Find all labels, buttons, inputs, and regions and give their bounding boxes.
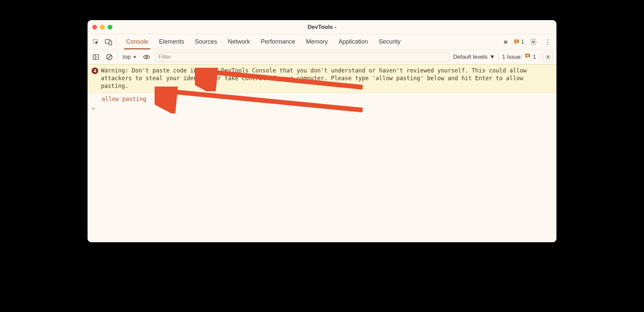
tab-memory[interactable]: Memory	[301, 34, 333, 49]
tab-application[interactable]: Application	[333, 34, 373, 49]
tabbar: Console Elements Sources Network Perform…	[88, 34, 556, 50]
log-levels-selector[interactable]: Default levels ▼	[453, 54, 495, 60]
clear-console-icon[interactable]	[104, 52, 114, 62]
svg-rect-6	[93, 55, 99, 59]
tab-console[interactable]: Console	[121, 34, 154, 49]
minimize-icon[interactable]	[100, 25, 105, 30]
issue-icon	[524, 53, 531, 61]
divider	[118, 53, 118, 61]
divider	[539, 53, 540, 61]
maximize-icon[interactable]	[108, 25, 112, 30]
issues-count: 1	[533, 54, 536, 60]
messages-count: 1	[521, 39, 524, 45]
console-prompt[interactable]: >	[88, 104, 556, 113]
sidebar-toggle-icon[interactable]	[91, 52, 101, 62]
settings-icon[interactable]	[528, 37, 538, 47]
chevron-down-icon: ▼	[133, 55, 137, 59]
devtools-window: DevTools - Console Elements Sources Netw…	[88, 20, 556, 242]
console-toolbar: top ▼ Default levels ▼ 1 Issue: 1	[88, 50, 556, 64]
levels-label: Default levels	[453, 54, 487, 60]
inspect-icon[interactable]	[91, 37, 101, 47]
tab-elements[interactable]: Elements	[154, 34, 190, 49]
issues-label: 1 Issue:	[502, 54, 522, 60]
divider	[116, 38, 117, 46]
tab-security[interactable]: Security	[373, 34, 406, 49]
svg-rect-4	[515, 42, 517, 42]
warning-text: Warning: Don't paste code into the DevTo…	[101, 67, 552, 90]
svg-point-13	[547, 56, 549, 58]
warning-count-badge: 4	[92, 67, 98, 74]
tab-sources[interactable]: Sources	[190, 34, 222, 49]
titlebar: DevTools -	[88, 20, 556, 34]
prompt-caret-icon: >	[92, 105, 95, 112]
svg-rect-11	[526, 55, 529, 55]
console-settings-icon[interactable]	[543, 52, 553, 62]
window-title: DevTools -	[88, 24, 556, 31]
traffic-lights	[92, 25, 112, 30]
chevron-down-icon: ▼	[489, 54, 495, 60]
tab-network[interactable]: Network	[222, 34, 255, 49]
console-warning-row: 4 Warning: Don't paste code into the Dev…	[88, 64, 556, 93]
device-toolbar-icon[interactable]	[104, 37, 114, 47]
svg-rect-3	[515, 41, 518, 41]
live-expression-icon[interactable]	[142, 52, 152, 62]
tabs: Console Elements Sources Network Perform…	[121, 34, 406, 49]
context-selector[interactable]: top ▼	[121, 54, 138, 60]
console-body[interactable]: 4 Warning: Don't paste code into the Dev…	[88, 64, 556, 242]
tab-performance[interactable]: Performance	[255, 34, 301, 49]
console-typed-line: allow pasting	[88, 93, 556, 104]
divider	[498, 53, 499, 61]
messages-badge[interactable]: 1	[513, 39, 524, 45]
issues-indicator[interactable]: 1 Issue: 1	[502, 53, 536, 61]
close-icon[interactable]	[92, 25, 97, 30]
svg-point-5	[532, 41, 534, 43]
svg-point-10	[146, 56, 148, 58]
context-label: top	[123, 54, 131, 60]
svg-line-9	[108, 55, 111, 59]
more-tabs-icon[interactable]: »	[502, 38, 509, 46]
svg-rect-2	[109, 41, 112, 45]
filter-input[interactable]	[155, 52, 450, 62]
more-options-icon[interactable]: ⋮	[542, 38, 553, 46]
tabbar-right: » 1 ⋮	[502, 37, 553, 47]
chat-icon	[513, 39, 520, 45]
svg-rect-12	[526, 56, 528, 56]
